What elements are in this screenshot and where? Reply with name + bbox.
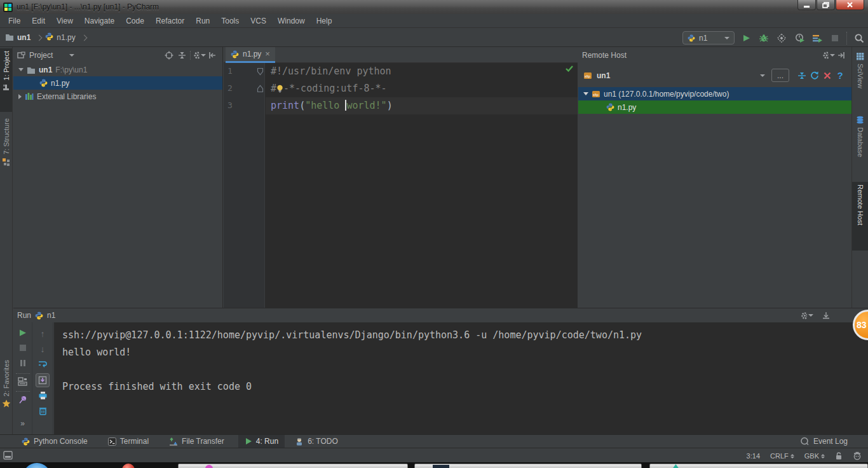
concurrency-diagram-button[interactable] bbox=[811, 32, 824, 45]
browse-remote-button[interactable]: ... bbox=[771, 69, 789, 82]
scroll-to-end-button[interactable] bbox=[32, 373, 53, 387]
tool-button-python-console[interactable]: Python Console bbox=[15, 435, 94, 448]
menu-edit[interactable]: Edit bbox=[26, 15, 51, 27]
event-log-button[interactable]: Event Log bbox=[794, 435, 854, 448]
tool-button-todo[interactable]: 6: TODO bbox=[288, 435, 344, 448]
pin-tab-button[interactable] bbox=[13, 395, 32, 404]
menu-code[interactable]: Code bbox=[120, 15, 150, 27]
tool-button-project[interactable]: 1: Project bbox=[0, 48, 12, 112]
hide-panel-icon[interactable] bbox=[835, 49, 848, 62]
menu-navigate[interactable]: Navigate bbox=[79, 15, 120, 27]
up-stack-trace-button[interactable]: ↑ bbox=[32, 329, 53, 339]
tool-button-file-transfer[interactable]: File Transfer bbox=[163, 435, 231, 448]
expanded-arrow-icon[interactable] bbox=[583, 92, 588, 95]
tool-button-terminal[interactable]: Terminal bbox=[102, 435, 155, 448]
tool-button-sciview[interactable]: SciView bbox=[852, 50, 868, 108]
server-select-chevron-icon[interactable] bbox=[760, 74, 765, 77]
menu-vcs[interactable]: VCS bbox=[245, 15, 272, 27]
fold-region-start-icon[interactable] bbox=[257, 67, 264, 76]
stop-button[interactable] bbox=[13, 344, 32, 352]
editor-tab-n1py[interactable]: n1.py × bbox=[226, 47, 275, 63]
stop-button[interactable] bbox=[829, 32, 841, 45]
collapsed-arrow-icon[interactable] bbox=[18, 94, 22, 99]
breadcrumb-project[interactable]: un1 bbox=[17, 33, 31, 42]
close-tab-icon[interactable]: × bbox=[265, 51, 270, 57]
menu-view[interactable]: View bbox=[51, 15, 79, 27]
encoding-widget[interactable]: GBK bbox=[804, 452, 825, 460]
hector-inspector-icon[interactable] bbox=[853, 451, 862, 460]
toggle-toolwindows-icon[interactable] bbox=[3, 451, 13, 460]
tool-button-project-label: 1: Project bbox=[3, 51, 10, 80]
svg-text:sftp: sftp bbox=[585, 74, 590, 78]
chevron-down-icon[interactable] bbox=[69, 54, 74, 57]
clear-all-button[interactable] bbox=[32, 406, 53, 415]
run-button[interactable] bbox=[740, 32, 752, 45]
down-stack-trace-button[interactable]: ↓ bbox=[32, 344, 53, 354]
soft-wrap-button[interactable] bbox=[32, 359, 53, 368]
close-connection-icon[interactable] bbox=[821, 69, 834, 82]
tool-button-favorites[interactable]: 2: Favorites bbox=[0, 357, 12, 429]
separator bbox=[16, 373, 30, 374]
fold-region-end-icon[interactable] bbox=[257, 85, 264, 93]
start-button[interactable] bbox=[23, 463, 51, 468]
hide-panel-icon[interactable] bbox=[206, 49, 219, 62]
tool-button-structure[interactable]: 7: Structure bbox=[0, 116, 12, 187]
rerun-button[interactable] bbox=[13, 329, 32, 337]
tree-row-file-n1[interactable]: n1.py bbox=[13, 76, 222, 90]
print-button[interactable] bbox=[32, 391, 53, 400]
breadcrumb-file[interactable]: n1.py bbox=[57, 33, 75, 42]
refresh-icon[interactable] bbox=[808, 69, 821, 82]
inspections-ok-icon[interactable] bbox=[565, 65, 574, 72]
menu-refactor[interactable]: Refactor bbox=[150, 15, 190, 27]
tool-button-remote-host-label: Remote Host bbox=[857, 184, 864, 225]
minimize-button[interactable] bbox=[797, 0, 816, 10]
taskbar-button-2[interactable] bbox=[414, 464, 642, 468]
tool-button-database[interactable]: Database bbox=[852, 113, 868, 177]
menubar: File Edit View Navigate Code Refactor Ru… bbox=[0, 14, 868, 28]
project-root-path: F:\py\un1 bbox=[55, 65, 87, 74]
python-icon bbox=[688, 34, 695, 42]
taskbar-button-1[interactable] bbox=[178, 464, 408, 468]
line-separator-widget[interactable]: CRLF bbox=[770, 452, 794, 460]
tree-row-project-root[interactable]: un1 F:\py\un1 bbox=[13, 63, 222, 76]
expanded-arrow-icon[interactable] bbox=[18, 68, 24, 71]
project-tool-icon bbox=[2, 83, 10, 92]
intention-bulb-icon[interactable] bbox=[276, 85, 283, 93]
menu-file[interactable]: File bbox=[3, 15, 26, 27]
tree-row-external-libraries[interactable]: External Libraries bbox=[13, 90, 222, 103]
settings-icon[interactable] bbox=[801, 309, 813, 322]
unlock-icon[interactable] bbox=[835, 451, 843, 460]
restore-layout-button[interactable] bbox=[13, 377, 32, 386]
run-configuration-select[interactable]: n1 bbox=[682, 31, 735, 45]
console-line bbox=[62, 361, 868, 378]
pause-output-button[interactable] bbox=[13, 359, 32, 367]
taskbar-app-red-icon[interactable] bbox=[122, 464, 135, 468]
remote-tree-file-row[interactable]: n1.py bbox=[578, 100, 851, 114]
collapse-all-icon[interactable] bbox=[175, 49, 188, 62]
close-button[interactable] bbox=[836, 0, 864, 10]
debug-button[interactable] bbox=[757, 32, 770, 45]
menu-tools[interactable]: Tools bbox=[215, 15, 245, 27]
run-console-output[interactable]: ssh://pyvip@127.0.0.1:1122/home/pyvip/.v… bbox=[54, 322, 868, 434]
tool-button-remote-host[interactable]: Remote Host bbox=[852, 182, 868, 251]
menu-run[interactable]: Run bbox=[190, 15, 215, 27]
more-options-button[interactable]: » bbox=[13, 419, 32, 428]
collapse-all-icon[interactable] bbox=[796, 69, 808, 82]
profiler-button[interactable] bbox=[793, 32, 806, 45]
search-everywhere-icon[interactable] bbox=[853, 32, 865, 45]
remote-tree-root-row[interactable]: sftp un1 (127.0.0.1/home/pyvip/code/two) bbox=[578, 87, 851, 100]
run-with-coverage-button[interactable] bbox=[775, 32, 788, 45]
titlebar[interactable]: un1 [F:\py\un1] - ...\n1.py [un1] - PyCh… bbox=[0, 0, 868, 14]
select-opened-file-icon[interactable] bbox=[163, 49, 175, 62]
help-icon[interactable]: ? bbox=[834, 69, 846, 82]
hide-panel-icon[interactable] bbox=[820, 309, 832, 322]
caret-position-widget[interactable]: 3:14 bbox=[747, 452, 760, 460]
editor-code-area[interactable]: 1 2 3 #!/usr/bin/env python #-*-coding:u… bbox=[224, 63, 578, 308]
settings-icon[interactable] bbox=[822, 49, 835, 62]
menu-help[interactable]: Help bbox=[311, 15, 338, 27]
menu-window[interactable]: Window bbox=[272, 15, 311, 27]
settings-icon[interactable] bbox=[193, 49, 206, 62]
taskbar-button-3[interactable] bbox=[649, 464, 868, 468]
restore-button[interactable] bbox=[817, 0, 835, 10]
tool-button-run[interactable]: 4: Run bbox=[238, 435, 285, 448]
